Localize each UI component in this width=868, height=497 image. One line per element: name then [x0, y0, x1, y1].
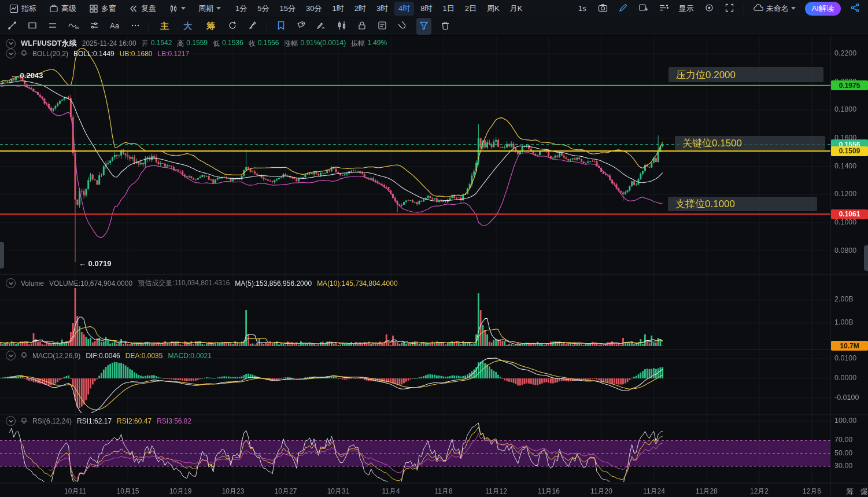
rectangle-tool-button[interactable] [26, 19, 39, 34]
lock-icon [357, 20, 367, 32]
filter-button[interactable] [416, 18, 431, 35]
magnet-tool-button[interactable] [396, 19, 409, 34]
object-tree-button[interactable] [658, 2, 670, 16]
symbol-label[interactable]: WLFI/USDT永续 [21, 38, 77, 49]
ohlc-open: 开0.1542 [142, 39, 172, 49]
compare-candles-button[interactable] [335, 19, 348, 34]
timeframe-button-2时[interactable]: 2时 [350, 2, 370, 16]
collapse-chevron-icon[interactable] [6, 278, 16, 288]
indicators-button[interactable]: 指标 [7, 2, 39, 15]
ai-analysis-button[interactable]: AI解读 [805, 2, 841, 16]
timeframe-button-月K[interactable]: 月K [506, 2, 527, 16]
rsi-axis-label: 50.00 [834, 449, 852, 457]
timeframe-button-30分[interactable]: 30分 [302, 2, 326, 16]
text-tool-button[interactable]: Aa [108, 20, 122, 33]
price-tag-0.1061: 0.1061 [831, 209, 868, 219]
rsi-name-label[interactable]: RSI(6,12,24) [32, 417, 72, 425]
screenshot-button[interactable] [597, 2, 609, 16]
volume-name-label[interactable]: Volume [21, 279, 44, 288]
collapse-chevron-icon[interactable] [6, 351, 16, 360]
resistance-level-label[interactable]: 压力位0.2000 [668, 67, 823, 82]
timeframe-button-4时[interactable]: 4时 [394, 2, 414, 16]
timeframe-button-周K[interactable]: 周K [483, 2, 504, 16]
right-panel-handle[interactable] [864, 245, 868, 271]
tag-tool-button[interactable] [295, 19, 308, 34]
adjust-sliders-button[interactable] [88, 19, 101, 34]
delete-drawings-button[interactable] [439, 19, 452, 34]
share-button[interactable] [849, 2, 861, 16]
parallel-lines-tool-button[interactable] [46, 19, 59, 34]
chevron-down-icon [216, 7, 221, 10]
rectangle-icon [27, 20, 38, 32]
volume-ma5-value: MA(5):153,856,956.2000 [235, 279, 312, 288]
timeframe-button-1时[interactable]: 1时 [328, 2, 348, 16]
add-pane-button[interactable] [637, 2, 649, 16]
left-panel-handle[interactable] [0, 242, 4, 268]
macd-dea-value: DEA:0.0035 [125, 352, 163, 360]
drawing-toolbar: 66 Aa 主 大 筹 [0, 17, 868, 36]
alert-bell-icon[interactable] [21, 417, 27, 425]
lock-tool-button[interactable] [356, 19, 368, 34]
multi-window-button[interactable]: 多窗 [87, 2, 119, 15]
date-axis-label: 11月28 [696, 487, 718, 496]
rsi-legend: RSI(6,12,24) RSI1:62.17 RSI2:60.47 RSI3:… [6, 416, 191, 426]
rsi-axis-label: 100.00 [834, 417, 856, 425]
fullscreen-button[interactable] [723, 2, 736, 16]
layout-save-button[interactable]: 未命名 [752, 2, 797, 15]
alert-bell-icon[interactable] [21, 49, 27, 58]
draw-mode-button[interactable] [617, 2, 629, 16]
date-axis-label: 11月24 [643, 487, 665, 496]
rotate-icon [227, 20, 238, 32]
timeframe-button-15分[interactable]: 15分 [275, 2, 299, 16]
timeframe-button-5分[interactable]: 5分 [253, 2, 273, 16]
macd-name-label[interactable]: MACD(12,26,9) [32, 352, 80, 360]
target-icon [704, 3, 714, 14]
advanced-button[interactable]: 高级 [47, 2, 79, 15]
refresh-button[interactable] [226, 19, 239, 34]
more-tools-button[interactable] [130, 20, 141, 33]
price-tag-0.1509: 0.1509 [831, 146, 868, 156]
ohlc-low: 低0.1536 [213, 39, 243, 49]
boll-name-label[interactable]: BOLL(20,2) [32, 50, 68, 58]
timeframe-button-2日[interactable]: 2日 [461, 2, 481, 16]
macd-axis-label: 0.0000 [834, 374, 856, 382]
replay-button[interactable]: 复盘 [127, 2, 158, 15]
date-axis-label: 10月31 [327, 487, 350, 496]
chips-button[interactable]: 筹 [843, 486, 857, 497]
bookmark-tool-button[interactable] [275, 19, 287, 34]
fibonacci-tool-button[interactable]: 66 [67, 19, 80, 34]
timeframe-button-1分[interactable]: 1分 [231, 2, 251, 16]
collapse-chevron-icon[interactable] [6, 49, 16, 58]
tag-icon [296, 20, 306, 32]
date-axis-label: 10月15 [117, 487, 139, 496]
signature-tool-button[interactable] [315, 19, 328, 34]
toolbar-divider [149, 22, 149, 31]
collapse-chevron-icon[interactable] [6, 416, 16, 426]
svg-text:Aa: Aa [110, 21, 120, 30]
change-stat: 涨幅0.91%(0.0014) [284, 39, 346, 49]
resolution-button[interactable]: 1s [576, 3, 589, 14]
large-view-toggle-button[interactable]: 大 [180, 20, 195, 32]
support-level-label[interactable]: 支撑位0.1000 [668, 197, 817, 211]
price-tag-0.1975: 0.1975 [831, 80, 868, 90]
display-settings-button[interactable]: 显示 [678, 2, 695, 15]
chips-view-toggle-button[interactable]: 筹 [203, 20, 219, 32]
timeframe-button-1日[interactable]: 1日 [439, 2, 459, 16]
price-tag-10.7M: 10.7M [831, 341, 868, 351]
alert-bell-icon[interactable] [21, 351, 27, 360]
timeframe-button-8时[interactable]: 8时 [416, 2, 436, 16]
rsi-axis-label: 70.00 [834, 436, 852, 444]
brush-tool-button[interactable] [246, 19, 259, 34]
collapse-chevron-icon[interactable] [6, 39, 16, 49]
main-chart-toggle-button[interactable]: 主 [157, 20, 172, 32]
burst-button[interactable]: 爆 [857, 486, 868, 497]
trash-icon [440, 20, 450, 32]
order-form-button[interactable] [376, 19, 389, 34]
timeframe-button-3时[interactable]: 3时 [372, 2, 392, 16]
period-button[interactable]: 周期 [196, 2, 223, 15]
chart-style-button[interactable] [167, 3, 188, 14]
target-settings-button[interactable] [703, 2, 715, 16]
price-axis-label: 0.0800 [834, 246, 856, 255]
key-level-label[interactable]: 关键位0.1500 [675, 136, 825, 150]
trend-line-tool-button[interactable] [6, 19, 19, 34]
